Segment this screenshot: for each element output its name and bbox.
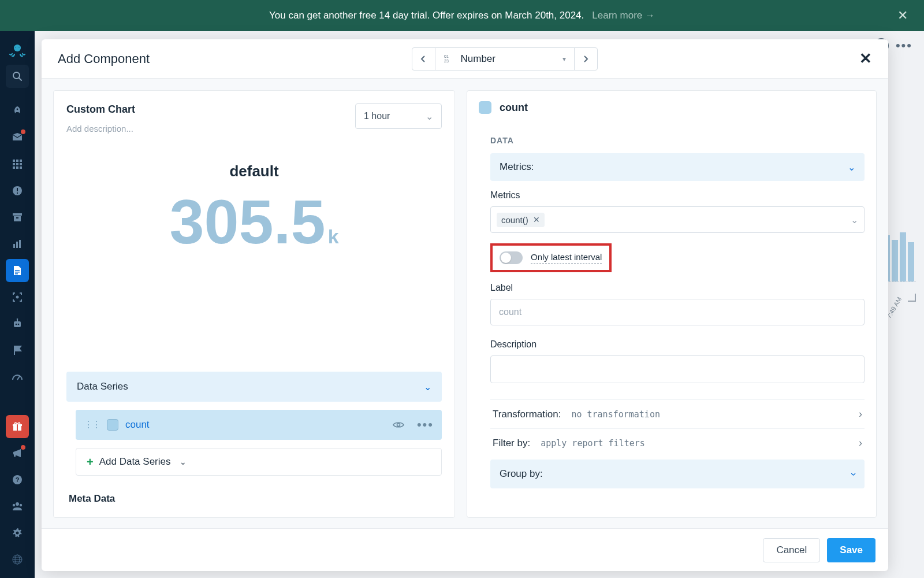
close-icon[interactable]: ✕ [859, 50, 872, 68]
filter-row[interactable]: Filter by: apply report filters › [490, 428, 865, 457]
svg-text:?: ? [16, 476, 20, 483]
modal-title: Add Component [58, 51, 150, 66]
svg-point-51 [397, 424, 400, 427]
svg-rect-8 [20, 160, 22, 162]
more-icon[interactable]: ••• [417, 417, 434, 432]
plus-icon: + [87, 455, 94, 469]
svg-text:01: 01 [444, 54, 449, 58]
alert-icon[interactable] [6, 179, 29, 202]
svg-rect-20 [16, 217, 18, 218]
grid-icon[interactable] [6, 153, 29, 176]
chevron-right-icon: › [859, 437, 862, 449]
type-next-button[interactable] [574, 48, 597, 70]
svg-point-27 [16, 296, 19, 299]
svg-rect-11 [20, 163, 22, 165]
gauge-icon[interactable] [6, 365, 29, 388]
metric-tag: count() ✕ [497, 213, 545, 227]
svg-rect-25 [15, 272, 20, 273]
meta-data-section[interactable]: Meta Data [66, 493, 442, 505]
svg-point-42 [20, 504, 22, 506]
save-button[interactable]: Save [827, 538, 875, 562]
group-by-row[interactable]: Group by: › [490, 460, 865, 488]
logo-icon[interactable] [6, 38, 29, 61]
metrics-label: Metrics [490, 190, 865, 201]
interval-value: 1 hour [364, 111, 390, 121]
component-type-picker: 0123 Number ▾ [412, 47, 598, 71]
chevron-down-icon: ⌄ [848, 162, 855, 173]
svg-rect-16 [17, 188, 18, 191]
metrics-input[interactable]: count() ✕ ⌄ [490, 206, 865, 233]
svg-rect-18 [13, 213, 22, 216]
visibility-icon[interactable] [393, 421, 404, 429]
chevron-down-icon: ⌄ [180, 457, 187, 466]
resize-handle-icon[interactable] [908, 294, 916, 302]
svg-rect-36 [17, 424, 18, 431]
banner-learn-more[interactable]: Learn more → [592, 10, 655, 21]
flag-icon[interactable] [6, 339, 29, 362]
gear-icon[interactable] [6, 521, 29, 544]
add-component-modal: Add Component 0123 Number ▾ [42, 39, 888, 571]
banner-message: You can get another free 14 day trial. O… [269, 10, 584, 21]
only-latest-interval-label: Only latest interval [531, 252, 602, 264]
svg-rect-10 [16, 163, 18, 165]
drag-handle-icon[interactable]: ⋮⋮ [84, 423, 100, 427]
team-icon[interactable] [6, 495, 29, 518]
modal-header: Add Component 0123 Number ▾ [42, 39, 888, 79]
svg-rect-12 [13, 166, 15, 169]
add-series-button[interactable]: + Add Data Series ⌄ [76, 448, 442, 476]
inbox-icon[interactable] [6, 126, 29, 149]
svg-rect-6 [13, 160, 15, 162]
search-icon[interactable] [6, 65, 29, 88]
metrics-accordion[interactable]: Metrics: ⌄ [490, 153, 865, 181]
help-icon[interactable]: ? [6, 468, 29, 491]
modal-footer: Cancel Save [42, 528, 888, 571]
remove-tag-icon[interactable]: ✕ [533, 215, 540, 224]
svg-point-2 [18, 46, 20, 48]
scan-icon[interactable] [6, 286, 29, 309]
svg-rect-9 [13, 163, 15, 165]
svg-point-41 [13, 504, 15, 506]
promo-banner: You can get another free 14 day trial. O… [0, 0, 924, 31]
megaphone-icon[interactable] [6, 442, 29, 465]
chart-icon[interactable] [6, 232, 29, 255]
description-input[interactable] [490, 355, 865, 383]
svg-rect-24 [15, 270, 20, 271]
rocket-icon[interactable] [6, 99, 29, 123]
svg-rect-17 [17, 192, 18, 194]
cancel-button[interactable]: Cancel [763, 538, 820, 562]
svg-line-33 [17, 376, 20, 380]
chevron-down-icon: › [848, 472, 860, 476]
chevron-down-icon: ⌄ [426, 111, 433, 122]
chevron-down-icon: ⌄ [424, 381, 431, 392]
type-prev-button[interactable] [412, 48, 435, 70]
chevron-down-icon[interactable]: ⌄ [851, 214, 858, 225]
label-input[interactable] [490, 299, 865, 325]
type-dropdown[interactable]: 0123 Number ▾ [435, 48, 574, 70]
chevron-down-icon: ▾ [562, 55, 566, 63]
archive-icon[interactable] [6, 206, 29, 229]
chart-title[interactable]: Custom Chart [66, 103, 135, 116]
type-label: Number [461, 53, 495, 65]
series-color-chip[interactable] [479, 101, 491, 114]
series-color-chip[interactable] [107, 419, 118, 431]
data-series-accordion[interactable]: Data Series ⌄ [66, 372, 442, 402]
gift-icon[interactable] [6, 415, 29, 438]
data-section-header: DATA [490, 136, 865, 145]
robot-icon[interactable] [6, 312, 29, 335]
banner-close-icon[interactable]: ✕ [897, 8, 908, 23]
only-latest-interval-toggle[interactable] [500, 251, 523, 264]
label-field-label: Label [490, 283, 865, 293]
more-icon[interactable]: ••• [896, 38, 912, 53]
chart-description[interactable]: Add description... [66, 124, 135, 134]
series-item[interactable]: ⋮⋮ count ••• [76, 410, 442, 440]
svg-point-1 [14, 46, 16, 48]
globe-icon[interactable] [6, 548, 29, 571]
interval-dropdown[interactable]: 1 hour ⌄ [355, 103, 442, 129]
svg-point-29 [16, 324, 17, 325]
svg-point-43 [16, 532, 19, 535]
document-icon[interactable] [6, 259, 29, 282]
svg-point-40 [16, 502, 19, 506]
sidebar: ? [0, 31, 35, 578]
transformation-row[interactable]: Transformation: no transformation › [490, 399, 865, 428]
svg-rect-22 [16, 242, 18, 248]
